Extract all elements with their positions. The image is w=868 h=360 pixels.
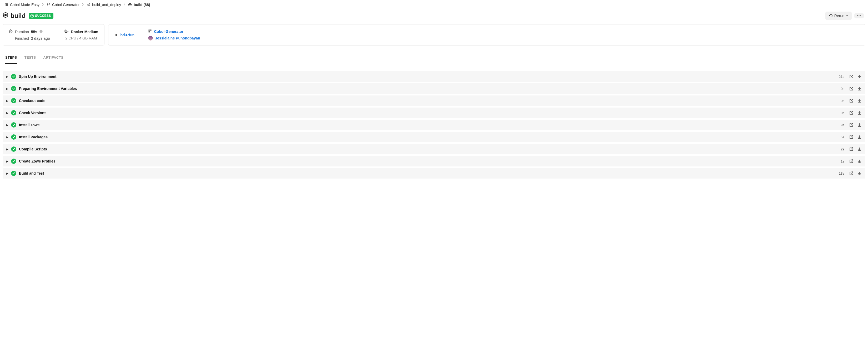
expand-caret-icon: ▶ <box>6 160 8 163</box>
step-row[interactable]: ▶ Check Versions 0s <box>3 107 865 118</box>
info-icon[interactable]: i <box>39 29 43 34</box>
step-row[interactable]: ▶ Install zowe 9s <box>3 120 865 130</box>
duration-label: Duration <box>15 30 29 34</box>
step-success-icon <box>11 74 16 79</box>
finished-label: Finished <box>15 36 29 40</box>
step-success-icon <box>11 98 16 103</box>
executor-resources: 2 CPU / 4 GB RAM <box>65 36 97 40</box>
tab-artifacts[interactable]: ARTIFACTS <box>43 52 64 64</box>
open-external-icon[interactable] <box>849 74 854 79</box>
branch-icon <box>46 3 51 7</box>
step-row[interactable]: ▶ Install Packages 5s <box>3 132 865 142</box>
step-success-icon <box>11 110 16 116</box>
project-icon <box>4 3 8 7</box>
execution-info-card: Duration 55s i Finished 2 days ago Docke… <box>3 24 104 45</box>
download-icon[interactable] <box>857 171 862 176</box>
refresh-icon <box>829 14 833 18</box>
breadcrumb-workflow[interactable]: build_and_deploy <box>86 3 121 7</box>
svg-point-3 <box>47 5 48 6</box>
step-name: Preparing Environment Variables <box>19 87 838 91</box>
page-title-text: build <box>10 12 26 20</box>
step-row[interactable]: ▶ Spin Up Environment 21s <box>3 71 865 82</box>
job-header: build SUCCESS Rerun <box>0 9 868 24</box>
open-external-icon[interactable] <box>849 171 854 176</box>
svg-point-25 <box>149 32 150 33</box>
tab-tests[interactable]: TESTS <box>25 52 36 64</box>
job-icon <box>128 3 132 7</box>
svg-point-26 <box>151 30 152 31</box>
open-external-icon[interactable] <box>849 147 854 152</box>
step-duration: 13s <box>839 171 844 175</box>
branch-icon <box>148 29 152 34</box>
step-name: Checkout code <box>19 99 838 103</box>
breadcrumb-project[interactable]: Cobol-Made-Easy <box>4 3 39 7</box>
svg-point-15 <box>860 15 861 16</box>
chevron-right-icon <box>82 3 84 7</box>
page-title: build <box>3 12 26 20</box>
download-icon[interactable] <box>857 123 862 127</box>
step-duration: 1s <box>841 159 844 163</box>
open-external-icon[interactable] <box>849 99 854 103</box>
workflow-icon <box>86 3 91 7</box>
svg-point-4 <box>49 3 50 4</box>
job-icon <box>3 12 8 20</box>
breadcrumb: Cobol-Made-Easy Cobol-Generator build_an… <box>0 0 868 9</box>
svg-point-13 <box>857 15 858 16</box>
finished-value: 2 days ago <box>31 36 50 40</box>
download-icon[interactable] <box>857 99 862 103</box>
svg-point-5 <box>87 4 88 5</box>
svg-rect-20 <box>65 31 66 31</box>
download-icon[interactable] <box>857 74 862 79</box>
svg-point-24 <box>149 30 150 31</box>
step-row[interactable]: ▶ Create Zowe Profiles 1s <box>3 156 865 166</box>
svg-rect-22 <box>65 30 66 31</box>
breadcrumb-job[interactable]: build (88) <box>128 3 150 7</box>
svg-point-7 <box>89 5 90 6</box>
commit-hash-link[interactable]: bd37f05 <box>121 33 134 37</box>
step-row[interactable]: ▶ Checkout code 0s <box>3 95 865 106</box>
status-label: SUCCESS <box>35 14 51 18</box>
breadcrumb-label: Cobol-Made-Easy <box>10 3 39 7</box>
status-badge: SUCCESS <box>29 13 54 19</box>
download-icon[interactable] <box>857 159 862 164</box>
step-name: Create Zowe Profiles <box>19 159 838 163</box>
author-link[interactable]: Jessielaine Punongbayan <box>155 36 200 40</box>
stopwatch-icon <box>9 29 13 34</box>
expand-caret-icon: ▶ <box>6 124 8 127</box>
download-icon[interactable] <box>857 87 862 91</box>
step-duration: 0s <box>841 87 844 91</box>
step-success-icon <box>11 86 16 91</box>
step-row[interactable]: ▶ Preparing Environment Variables 0s <box>3 84 865 94</box>
tab-steps[interactable]: STEPS <box>5 52 17 64</box>
expand-caret-icon: ▶ <box>6 99 8 102</box>
expand-caret-icon: ▶ <box>6 148 8 151</box>
more-options-button[interactable] <box>854 13 864 19</box>
step-name: Install zowe <box>19 123 838 127</box>
open-external-icon[interactable] <box>849 87 854 91</box>
open-external-icon[interactable] <box>849 135 854 139</box>
step-name: Build and Test <box>19 171 836 175</box>
step-name: Compile Scripts <box>19 147 838 151</box>
steps-list: ▶ Spin Up Environment 21s ▶ Preparing En… <box>0 64 868 181</box>
job-meta: Duration 55s i Finished 2 days ago Docke… <box>0 24 868 47</box>
open-external-icon[interactable] <box>849 111 854 115</box>
check-circle-icon <box>30 14 34 18</box>
open-external-icon[interactable] <box>849 123 854 127</box>
step-row[interactable]: ▶ Build and Test 13s <box>3 168 865 178</box>
open-external-icon[interactable] <box>849 159 854 164</box>
breadcrumb-branch[interactable]: Cobol-Generator <box>46 3 80 7</box>
expand-caret-icon: ▶ <box>6 75 8 78</box>
download-icon[interactable] <box>857 135 862 139</box>
step-name: Check Versions <box>19 111 838 115</box>
svg-point-6 <box>89 3 90 4</box>
branch-link[interactable]: Cobol-Generator <box>154 29 183 34</box>
breadcrumb-label: Cobol-Generator <box>52 3 80 7</box>
step-success-icon <box>11 134 16 140</box>
download-icon[interactable] <box>857 147 862 152</box>
chevron-right-icon <box>123 3 126 7</box>
step-row[interactable]: ▶ Compile Scripts 2s <box>3 144 865 154</box>
step-name: Spin Up Environment <box>19 74 836 78</box>
download-icon[interactable] <box>857 111 862 115</box>
svg-rect-19 <box>64 31 65 31</box>
rerun-button[interactable]: Rerun <box>826 11 852 20</box>
